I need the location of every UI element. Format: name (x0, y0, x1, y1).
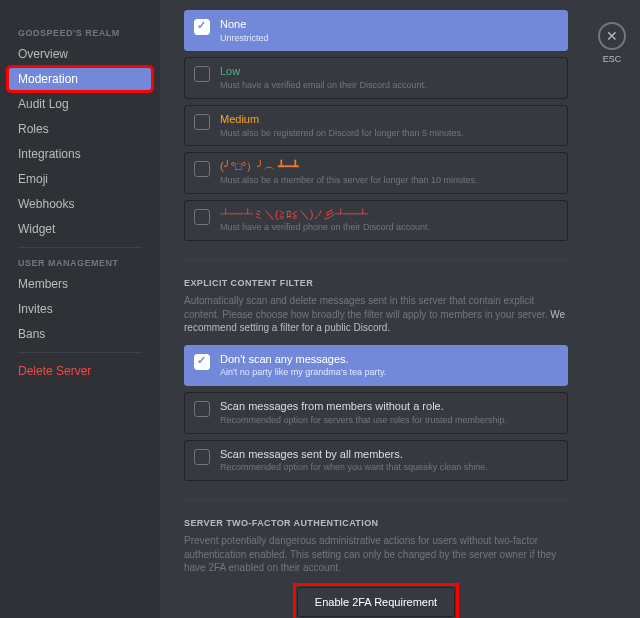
sidebar-label: Invites (18, 302, 53, 316)
checkbox-icon (194, 161, 210, 177)
sidebar-item-moderation[interactable]: Moderation (8, 67, 152, 91)
checkbox-icon (194, 449, 210, 465)
sidebar-label: Widget (18, 222, 55, 236)
explicit-option-no-role[interactable]: Scan messages from members without a rol… (184, 392, 568, 433)
sidebar-item-delete-server[interactable]: Delete Server (8, 359, 152, 383)
option-title: Medium (220, 113, 558, 126)
sidebar-divider (18, 352, 142, 353)
sidebar-item-integrations[interactable]: Integrations (8, 142, 152, 166)
verification-option-highest[interactable]: ┻━┻ミ＼(≧ﾛ≦＼)ノ彡┻━┻ Must have a verified ph… (184, 200, 568, 241)
option-title: ┻━┻ミ＼(≧ﾛ≦＼)ノ彡┻━┻ (220, 208, 558, 221)
settings-sidebar: GODSPEED'S REALM Overview Moderation Aud… (0, 0, 160, 618)
content-scroll: ✕ ESC None Unrestricted Low Must have a … (160, 0, 640, 618)
sidebar-divider (18, 247, 142, 248)
option-subtitle: Must also be a member of this server for… (220, 175, 558, 186)
sidebar-item-overview[interactable]: Overview (8, 42, 152, 66)
sidebar-item-webhooks[interactable]: Webhooks (8, 192, 152, 216)
sidebar-label: Moderation (18, 72, 78, 86)
close-icon: ✕ (598, 22, 626, 50)
sidebar-item-invites[interactable]: Invites (8, 297, 152, 321)
checkbox-icon (194, 209, 210, 225)
sidebar-label: Roles (18, 122, 49, 136)
explicit-filter-description: Automatically scan and delete messages s… (184, 294, 568, 335)
section-divider (184, 259, 568, 260)
option-title: Scan messages from members without a rol… (220, 400, 558, 413)
twofa-description: Prevent potentially dangerous administra… (184, 534, 568, 575)
verification-option-high[interactable]: (╯°□°）╯︵ ┻━┻ Must also be a member of th… (184, 152, 568, 193)
sidebar-server-heading: GODSPEED'S REALM (8, 24, 152, 42)
sidebar-label: Audit Log (18, 97, 69, 111)
close-button[interactable]: ✕ ESC (598, 22, 626, 64)
sidebar-label: Overview (18, 47, 68, 61)
sidebar-user-heading: USER MANAGEMENT (8, 254, 152, 272)
sidebar-item-emoji[interactable]: Emoji (8, 167, 152, 191)
option-subtitle: Must also be registered on Discord for l… (220, 128, 558, 139)
checkbox-icon (194, 19, 210, 35)
option-title: None (220, 18, 558, 31)
enable-2fa-button[interactable]: Enable 2FA Requirement (297, 587, 454, 617)
checkbox-icon (194, 114, 210, 130)
section-divider (184, 499, 568, 500)
sidebar-label: Emoji (18, 172, 48, 186)
checkbox-icon (194, 354, 210, 370)
option-subtitle: Recommended option for when you want tha… (220, 462, 558, 473)
option-title: (╯°□°）╯︵ ┻━┻ (220, 160, 558, 173)
sidebar-item-audit-log[interactable]: Audit Log (8, 92, 152, 116)
sidebar-label: Webhooks (18, 197, 74, 211)
twofa-heading: SERVER TWO-FACTOR AUTHENTICATION (184, 518, 568, 528)
option-subtitle: Ain't no party like my grandma's tea par… (220, 367, 558, 378)
option-subtitle: Recommended option for servers that use … (220, 415, 558, 426)
esc-label: ESC (598, 54, 626, 64)
option-title: Low (220, 65, 558, 78)
desc-text: Automatically scan and delete messages s… (184, 295, 550, 320)
option-title: Scan messages sent by all members. (220, 448, 558, 461)
option-subtitle: Must have a verified email on their Disc… (220, 80, 558, 91)
sidebar-label: Delete Server (18, 364, 91, 378)
sidebar-label: Members (18, 277, 68, 291)
option-title: Don't scan any messages. (220, 353, 558, 366)
option-subtitle: Must have a verified phone on their Disc… (220, 222, 558, 233)
checkbox-icon (194, 66, 210, 82)
option-subtitle: Unrestricted (220, 33, 558, 44)
sidebar-item-members[interactable]: Members (8, 272, 152, 296)
checkbox-icon (194, 401, 210, 417)
sidebar-label: Integrations (18, 147, 81, 161)
explicit-filter-heading: EXPLICIT CONTENT FILTER (184, 278, 568, 288)
explicit-option-all[interactable]: Scan messages sent by all members. Recom… (184, 440, 568, 481)
explicit-option-none[interactable]: Don't scan any messages. Ain't no party … (184, 345, 568, 386)
verification-option-none[interactable]: None Unrestricted (184, 10, 568, 51)
verification-option-low[interactable]: Low Must have a verified email on their … (184, 57, 568, 98)
sidebar-label: Bans (18, 327, 45, 341)
verification-option-medium[interactable]: Medium Must also be registered on Discor… (184, 105, 568, 146)
sidebar-item-roles[interactable]: Roles (8, 117, 152, 141)
sidebar-item-widget[interactable]: Widget (8, 217, 152, 241)
sidebar-item-bans[interactable]: Bans (8, 322, 152, 346)
